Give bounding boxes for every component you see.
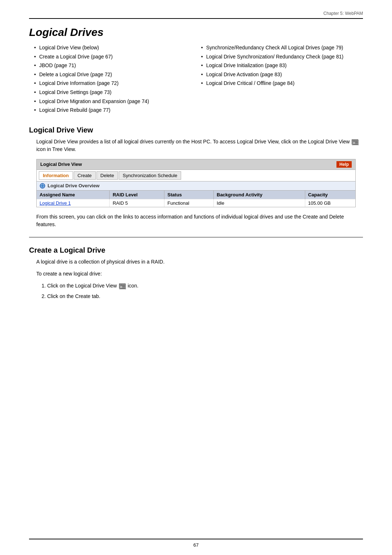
svg-rect-1 [353,141,358,142]
create-step-2: Click on the Create tab. [47,293,363,300]
svg-rect-11 [120,285,125,286]
table-cell: 105.00 GB [305,199,355,207]
list-item: Delete a Logical Drive (page 72) [33,71,196,78]
table-header-row: Assigned Name RAID Level Status Backgrou… [37,191,355,199]
table-row: Logical Drive 1RAID 5FunctionalIdle105.0… [37,199,355,207]
help-button[interactable]: Help [336,161,352,168]
create-body2: To create a new logical drive: [29,270,363,278]
list-item: Synchronize/Redundancy Check All Logical… [200,44,363,52]
ldv-intro-text: Logical Drive View provides a list of al… [29,138,363,153]
drive-link[interactable]: Logical Drive 1 [40,200,71,206]
list-item: JBOD (page 71) [33,62,196,69]
overview-icon [40,183,45,189]
create-steps-list: Click on the Logical Drive View icon. Cl… [29,282,363,300]
list-item: Logical Drive Settings (page 73) [33,89,196,96]
table-cell: Idle [214,199,305,207]
svg-rect-2 [353,142,358,143]
svg-rect-5 [354,142,354,143]
col-raid-level: RAID Level [110,191,164,199]
list-item: Logical Drive Activation (page 83) [200,71,363,78]
intro-list: Logical Drive View (below)Create a Logic… [29,44,363,116]
list-item: Logical Drive Synchronization/ Redundanc… [200,53,363,61]
create-body1: A logical drive is a collection of physi… [29,258,363,266]
list-col-left: Logical Drive View (below)Create a Logic… [29,44,196,116]
list-item: Logical Drive View (below) [33,44,196,52]
tab-create[interactable]: Create [74,171,96,180]
svg-rect-3 [353,144,358,144]
tab-sync-schedule[interactable]: Synchronization Schedule [119,171,181,180]
table-cell: Functional [164,199,214,207]
table-cell: RAID 5 [110,199,164,207]
ldv-widget-header: Logical Drive View Help [37,159,355,170]
svg-rect-14 [121,285,122,285]
svg-rect-12 [120,286,125,287]
svg-rect-15 [121,286,122,287]
chapter-label: Chapter 5: WebPAM [323,11,363,16]
section-divider [29,237,363,237]
ldv-body2-text: From this screen, you can click on the l… [29,213,363,228]
list-item: Logical Drive Critical / Offline (page 8… [200,80,363,87]
tab-delete[interactable]: Delete [97,171,118,180]
list-item: Logical Drive Initialization (page 83) [200,62,363,69]
create-tree-view-icon [119,283,126,289]
page-number: 67 [193,542,199,548]
ldv-widget: Logical Drive View Help Information Crea… [36,159,356,207]
tree-view-icon [352,139,358,144]
list-item: Logical Drive Rebuild (page 77) [33,107,196,114]
col-status: Status [164,191,214,199]
create-section: Create a Logical Drive A logical drive i… [29,246,363,300]
logical-drive-view-section: Logical Drive View Logical Drive View pr… [29,126,363,228]
svg-rect-16 [121,287,122,288]
ldv-section-title: Logical Drive View [29,126,363,134]
chapter-header: Chapter 5: WebPAM [29,11,363,19]
create-section-title: Create a Logical Drive [29,246,363,254]
table-cell: Logical Drive 1 [37,199,110,207]
ldv-widget-title: Logical Drive View [40,162,82,167]
list-item: Logical Drive Migration and Expansion (p… [33,98,196,105]
col-background-activity: Background Activity [214,191,305,199]
create-step-1: Click on the Logical Drive View icon. [47,282,363,290]
svg-rect-13 [120,288,125,289]
svg-rect-6 [354,143,354,144]
col-assigned-name: Assigned Name [37,191,110,199]
ldv-overview-row: Logical Drive Overview [37,181,355,191]
list-col-right: Synchronize/Redundancy Check All Logical… [196,44,363,116]
col-capacity: Capacity [305,191,355,199]
overview-label: Logical Drive Overview [48,183,99,188]
ldv-table: Assigned Name RAID Level Status Backgrou… [37,191,355,207]
list-item: Create a Logical Drive (page 67) [33,53,196,61]
list-item: Logical Drive Information (page 72) [33,80,196,87]
tab-information[interactable]: Information [39,171,73,180]
ldv-tabs-bar: Information Create Delete Synchronizatio… [37,170,355,181]
page-footer: 67 [29,539,363,548]
page-title: Logical Drives [29,26,363,38]
svg-rect-4 [354,140,354,141]
